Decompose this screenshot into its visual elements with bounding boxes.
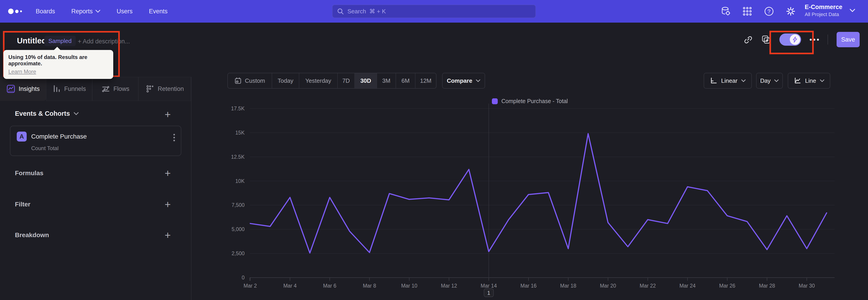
events-cohorts-heading[interactable]: Events & Cohorts (15, 110, 79, 117)
nav-menu: Boards Reports Users Events (36, 0, 167, 23)
svg-text:Mar 28: Mar 28 (759, 283, 775, 289)
range-12m[interactable]: 12M (415, 73, 436, 88)
svg-text:Mar 20: Mar 20 (600, 283, 616, 289)
nav-item-boards[interactable]: Boards (36, 8, 55, 15)
svg-text:Mar 26: Mar 26 (719, 283, 736, 289)
chevron-down-icon (774, 79, 779, 82)
svg-text:Mar 14: Mar 14 (480, 283, 497, 289)
tab-flows[interactable]: Flows (92, 77, 138, 101)
gear-icon[interactable] (786, 6, 796, 16)
tooltip-arrow (54, 47, 61, 51)
tab-funnels[interactable]: Funnels (46, 77, 92, 101)
nav-item-reports[interactable]: Reports (71, 8, 101, 15)
svg-text:1: 1 (487, 290, 490, 296)
chevron-down-icon (476, 79, 480, 82)
search-icon (337, 8, 344, 15)
calendar-icon (235, 77, 242, 84)
series-complete-purchase[interactable] (250, 133, 827, 253)
svg-text:Mar 22: Mar 22 (640, 283, 656, 289)
line-chart-icon (794, 77, 801, 85)
nav-item-events[interactable]: Events (149, 8, 168, 15)
range-today[interactable]: Today (272, 73, 299, 88)
save-button[interactable]: Save (837, 32, 860, 47)
insights-icon (6, 84, 16, 93)
svg-text:Mar 16: Mar 16 (520, 283, 537, 289)
svg-text:7,500: 7,500 (231, 202, 245, 208)
add-filter-button[interactable]: + (162, 199, 173, 210)
learn-more-link[interactable]: Learn More (8, 68, 36, 75)
interval-dropdown[interactable]: Day (756, 73, 783, 89)
svg-text:Mar 10: Mar 10 (401, 283, 417, 289)
svg-text:17.5K: 17.5K (231, 106, 245, 112)
svg-text:Mar 2: Mar 2 (244, 283, 257, 289)
tooltip-message: Using 10% of data. Results are approxima… (8, 54, 108, 67)
annotation-red-box-toggle (770, 31, 814, 54)
svg-text:Mar 18: Mar 18 (560, 283, 577, 289)
svg-text:Mar 4: Mar 4 (283, 283, 297, 289)
svg-text:15K: 15K (235, 130, 245, 136)
linear-scale-icon (710, 77, 717, 85)
scale-dropdown[interactable]: Linear (704, 73, 752, 89)
project-switcher[interactable]: E-Commerce All Project Data (805, 4, 842, 18)
svg-text:10K: 10K (235, 178, 245, 184)
add-event-button[interactable]: + (162, 109, 173, 120)
range-yesterday[interactable]: Yesterday (299, 73, 338, 88)
report-tabs: Insights Funnels Flows Retention (0, 77, 191, 101)
chevron-down-icon (95, 10, 100, 13)
sidebar-divider (191, 77, 191, 300)
sampling-tooltip: Using 10% of data. Results are approxima… (3, 50, 113, 79)
svg-text:5,000: 5,000 (231, 226, 245, 232)
compare-button[interactable]: Compare (442, 73, 485, 89)
mixpanel-logo[interactable] (8, 0, 22, 23)
range-30d[interactable]: 30D (355, 73, 377, 88)
funnels-icon (53, 84, 61, 93)
svg-text:0: 0 (242, 275, 245, 280)
tab-insights[interactable]: Insights (0, 77, 46, 101)
legend-label: Complete Purchase - Total (501, 98, 568, 104)
project-name: E-Commerce (805, 4, 842, 11)
actions-divider (828, 35, 828, 44)
top-nav: Boards Reports Users Events ? E-Commerce… (0, 0, 868, 23)
section-filter: Filter (15, 201, 30, 208)
chevron-down-icon (741, 79, 746, 82)
nav-item-users[interactable]: Users (117, 8, 133, 15)
tab-retention[interactable]: Retention (138, 77, 191, 101)
date-range-group: Custom Today Yesterday 7D 30D 3M 6M 12M (227, 73, 436, 89)
flows-icon (101, 84, 110, 93)
range-7d[interactable]: 7D (338, 73, 355, 88)
add-breakdown-button[interactable]: + (162, 230, 173, 241)
event-menu-button[interactable] (174, 134, 175, 141)
section-breakdown: Breakdown (15, 232, 49, 239)
legend-swatch (492, 98, 498, 104)
range-3m[interactable]: 3M (377, 73, 396, 88)
add-formula-button[interactable]: + (162, 168, 173, 179)
help-icon[interactable]: ? (764, 6, 774, 16)
chevron-down-icon (820, 79, 825, 82)
svg-text:Mar 6: Mar 6 (323, 283, 336, 289)
retention-icon (146, 84, 155, 93)
event-name[interactable]: Complete Purchase (31, 133, 87, 140)
svg-text:12.5K: 12.5K (231, 154, 245, 160)
data-management-icon[interactable] (721, 6, 731, 16)
svg-text:Mar 8: Mar 8 (363, 283, 376, 289)
search-input[interactable] (347, 8, 531, 15)
chevron-down-icon (73, 112, 79, 115)
range-6m[interactable]: 6M (396, 73, 415, 88)
apps-grid-icon[interactable] (742, 6, 752, 16)
chart-legend[interactable]: Complete Purchase - Total (492, 98, 568, 104)
project-chevron-down-icon[interactable] (849, 8, 855, 13)
range-custom[interactable]: Custom (228, 73, 272, 88)
svg-text:Mar 12: Mar 12 (441, 283, 457, 289)
event-badge: A (17, 131, 27, 142)
chart-type-dropdown[interactable]: Line (788, 73, 830, 89)
share-link-icon[interactable] (744, 35, 753, 44)
event-card[interactable]: A Complete Purchase Count Total (10, 126, 181, 156)
search-bar[interactable] (332, 5, 536, 18)
svg-text:2,500: 2,500 (231, 250, 245, 257)
event-metric[interactable]: Count Total (31, 145, 59, 151)
svg-text:Mar 30: Mar 30 (799, 283, 815, 289)
project-scope: All Project Data (805, 11, 842, 18)
annotation-marker[interactable]: 1 (484, 289, 493, 297)
nav-icon-cluster: ? (721, 0, 796, 23)
svg-text:Mar 24: Mar 24 (680, 283, 696, 289)
